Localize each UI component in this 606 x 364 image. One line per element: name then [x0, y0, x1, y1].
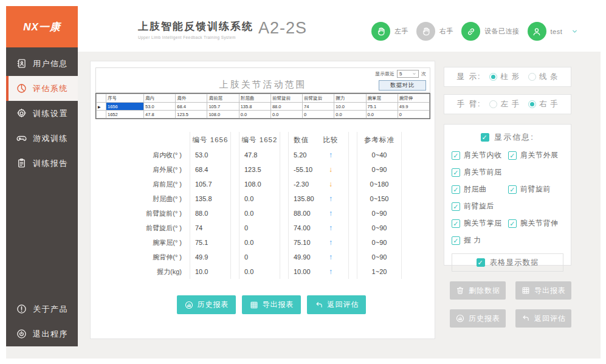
display-info-header[interactable]: ✓显示信息:	[452, 132, 563, 143]
settings-icon	[16, 108, 27, 119]
main-button-1[interactable]: 历史报表	[177, 295, 236, 314]
table-display-checkbox[interactable]: ✓表格显示数据	[452, 253, 563, 272]
reference-range-cell: 0~90	[357, 162, 401, 177]
main-button-2[interactable]: 导出报表	[242, 295, 301, 314]
grid-header-row: 序号肩内肩外肩前屈肘屈曲前臂旋前前臂旋后握力腕掌屈腕背伸	[97, 94, 430, 103]
comparison-value-cell: 105.7	[190, 177, 230, 191]
comparison-diff-cell: 135.80↑	[289, 191, 348, 206]
display-mode-option-label: 线 条	[539, 72, 558, 82]
diff-value: 74.00	[289, 224, 319, 232]
grid-column-header: 腕掌屈	[366, 94, 398, 103]
grid-cell: 0	[303, 111, 334, 118]
grid-cell: 0	[398, 111, 429, 118]
grid-row-marker	[97, 111, 106, 118]
checkbox-checked-icon: ✓	[452, 202, 460, 211]
joint-checkbox[interactable]: ✓肘屈曲	[452, 184, 507, 194]
comparison-row-label: 肩前屈(° )	[138, 177, 182, 191]
recent-count-select[interactable]: 5	[397, 70, 419, 78]
joint-checkbox-label: 握 力	[464, 235, 481, 246]
diff-value: -55.10	[289, 166, 319, 173]
secondary-button-1[interactable]: 删除数据	[450, 281, 506, 300]
sidebar-item-2[interactable]: 评估系统	[6, 76, 78, 101]
comparison-diff-cell: -55.10↓	[289, 162, 348, 177]
sidebar-item-3[interactable]: 训练设置	[6, 101, 78, 126]
sidebar-item-label: 训练设置	[33, 108, 68, 119]
grid-cell: 0.0	[270, 111, 302, 118]
grid-data-row[interactable]: 165247.8123.5108.00.00.000.00.00	[97, 111, 430, 118]
status-item-4[interactable]: test	[528, 22, 563, 41]
grid-column-header: 腕背伸	[398, 94, 429, 103]
status-item-2[interactable]: 右手	[416, 22, 453, 41]
comparison-row-label: 肘屈曲(° )	[138, 191, 182, 206]
report-icon	[16, 157, 27, 169]
diff-value: 5.20	[289, 151, 319, 159]
joint-checkbox[interactable]: ✓握 力	[452, 235, 507, 246]
display-mode-option-label: 柱 形	[500, 72, 519, 82]
main-panel: 上肢关节活动范围 显示最近 5 次 数据对比 序号肩内肩外肩前屈肘屈曲前臂旋前前…	[90, 61, 435, 339]
game-icon	[16, 132, 27, 144]
comparison-value-cell: 0.0	[239, 235, 280, 250]
button-label: 历史报表	[469, 314, 500, 324]
main-button-3[interactable]: 返回评估	[307, 295, 366, 314]
grid-cell: 108.0	[207, 111, 239, 118]
secondary-button-3[interactable]: 历史报表	[450, 309, 506, 328]
grid-cell: 74	[303, 103, 334, 111]
display-mode-option-1[interactable]: 柱 形	[489, 72, 519, 82]
trend-down-arrow: ↓	[319, 165, 342, 174]
joint-checkbox[interactable]: ✓肩关节内收	[452, 150, 507, 160]
display-mode-option-2[interactable]: 线 条	[528, 72, 558, 82]
return-icon	[314, 300, 324, 310]
checkbox-placeholder	[508, 167, 563, 177]
sidebar-item-5[interactable]: 训练报告	[6, 151, 78, 176]
arm-select-box: 手 臂:左 手右 手	[444, 94, 571, 114]
diff-value: -2.30	[289, 180, 319, 188]
joint-checkbox-label: 腕关节背伸	[520, 218, 559, 228]
grid-cell: 135.8	[239, 103, 270, 111]
secondary-button-2[interactable]: 导出报表	[515, 281, 571, 300]
grid-cell: 1656	[106, 103, 144, 111]
comparison-diff-cell: 5.20↑	[289, 148, 348, 162]
checkbox-placeholder	[508, 235, 563, 246]
chevron-down-icon[interactable]	[570, 27, 579, 36]
status-item-1[interactable]: 左手	[371, 22, 408, 41]
joint-checkbox[interactable]: ✓肩关节外展	[508, 150, 563, 160]
joint-checkbox[interactable]: ✓腕关节背伸	[508, 218, 563, 228]
sidebar-item-4[interactable]: 游戏训练	[6, 126, 78, 151]
arm-select-option-1[interactable]: 左 手	[489, 99, 519, 109]
radio-selected-icon	[489, 73, 497, 81]
joint-checkbox[interactable]: ✓腕关节掌屈	[452, 218, 507, 228]
data-compare-button[interactable]: 数据对比	[379, 80, 426, 91]
joint-checkbox[interactable]: ✓前臂旋后	[452, 201, 507, 211]
grid-cell: 68.4	[176, 103, 207, 111]
comparison-row-label: 前臂旋后(° )	[138, 221, 182, 235]
radio-selected-icon	[528, 100, 536, 108]
diff-value: 88.00	[289, 210, 319, 217]
app-title: 上肢智能反馈训练系统	[138, 19, 260, 33]
radio-icon	[489, 100, 497, 108]
arm-select-row: 手 臂:左 手右 手	[444, 95, 571, 114]
trend-up-arrow: ↑	[319, 267, 342, 276]
reference-range-cell: 0~40	[357, 148, 401, 162]
grid-data-row[interactable]: ▶165653.068.4105.7135.888.07410.075.149.…	[97, 103, 430, 111]
sidebar-item-1[interactable]: 用户信息	[6, 51, 78, 76]
reference-range-cell: 0~90	[357, 221, 401, 235]
value-header: 数值	[289, 136, 319, 145]
checkbox-checked-icon: ✓	[452, 185, 460, 194]
history-report-icon	[455, 314, 465, 323]
grid-column-header: 前臂旋后	[303, 94, 334, 103]
sidebar-item-1[interactable]: 关于产品	[6, 297, 78, 321]
display-mode-box: 显 示:柱 形线 条	[444, 67, 571, 87]
comparison-value-cell: 53.0	[190, 148, 230, 162]
secondary-button-4[interactable]: 返回评估	[515, 309, 571, 328]
comparison-row-label: 腕掌屈(° )	[138, 235, 182, 250]
arm-select-option-2[interactable]: 右 手	[528, 99, 558, 109]
joint-checkbox[interactable]: ✓前臂旋前	[508, 184, 563, 194]
sidebar-item-2[interactable]: 退出程序	[6, 321, 78, 346]
grid-column-header: 前臂旋前	[270, 94, 302, 103]
grid-column-header: 肩外	[176, 94, 207, 103]
comparison-value-cell: 0	[239, 250, 280, 264]
comparison-value-cell: 88.0	[190, 206, 230, 221]
status-item-3[interactable]: 设备已连接	[461, 22, 520, 41]
grid-cell: 105.7	[207, 103, 239, 111]
joint-checkbox[interactable]: ✓肩关节前屈	[452, 167, 507, 177]
